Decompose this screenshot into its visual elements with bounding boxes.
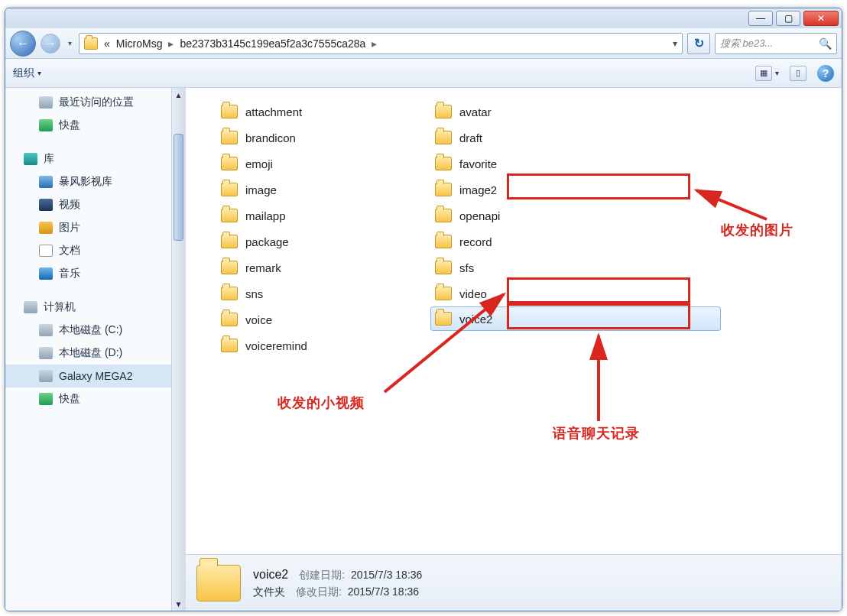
organize-menu[interactable]: 组织 ▾ <box>13 66 41 80</box>
folder-icon <box>221 183 238 196</box>
sidebar-item[interactable]: 计算机 <box>5 296 185 319</box>
folder-item[interactable]: remark <box>216 255 400 280</box>
orange-icon <box>39 222 53 234</box>
sidebar-item[interactable]: 音乐 <box>5 262 185 285</box>
back-button[interactable]: ← <box>10 31 36 57</box>
folder-content: attachmentbrandiconemojiimagemailapppack… <box>186 88 842 611</box>
sidebar-item-label: 本地磁盘 (D:) <box>59 346 122 360</box>
folder-label: attachment <box>245 105 302 118</box>
search-placeholder: 搜索 be23... <box>720 37 773 50</box>
scroll-down-icon[interactable]: ▼ <box>172 597 185 611</box>
folder-item[interactable]: image <box>216 177 400 203</box>
minimize-button[interactable]: — <box>748 11 773 26</box>
video-icon <box>39 199 53 211</box>
breadcrumb-prefix: « <box>104 37 110 50</box>
folder-label: emoji <box>245 157 273 170</box>
details-create-value: 2015/7/3 18:36 <box>351 569 422 581</box>
sidebar-item-label: 音乐 <box>59 267 80 280</box>
folder-icon <box>221 339 238 352</box>
command-bar: 组织 ▾ ▦ ▾ ▯ ? <box>5 59 842 88</box>
folder-label: video <box>459 287 487 300</box>
folder-label: openapi <box>459 209 500 222</box>
refresh-button[interactable]: ↻ <box>687 33 710 54</box>
annotation-label-video: 收发的小视频 <box>277 394 365 412</box>
sidebar-item[interactable]: Galaxy MEGA2 <box>5 365 185 387</box>
explorer-window: — ▢ ✕ ← → ▾ « MicroMsg ▸ be2373b3145c199… <box>5 8 842 611</box>
folder-icon <box>435 235 452 248</box>
sidebar-item[interactable]: 文档 <box>5 239 185 262</box>
folder-item[interactable]: voice2 <box>430 306 721 331</box>
sidebar-item[interactable]: 库 <box>5 148 185 170</box>
search-icon: 🔍 <box>819 37 832 50</box>
forward-button[interactable]: → <box>41 34 60 53</box>
folder-label: avatar <box>459 105 492 118</box>
scroll-up-icon[interactable]: ▲ <box>172 88 185 102</box>
folder-item[interactable]: video <box>430 280 721 306</box>
view-options-button[interactable]: ▦ <box>755 66 772 81</box>
sidebar-item-label: 图片 <box>59 221 80 235</box>
details-type: 文件夹 <box>253 585 285 598</box>
drive-icon <box>39 324 53 336</box>
scroll-thumb[interactable] <box>174 134 183 241</box>
sidebar-scrollbar[interactable]: ▲ ▼ <box>171 88 185 611</box>
doc-icon <box>39 245 53 257</box>
address-dropdown[interactable]: ▾ <box>673 38 677 49</box>
folder-item[interactable]: sns <box>216 280 400 306</box>
sidebar-item[interactable]: 图片 <box>5 216 185 239</box>
annotation-label-voice2: 语音聊天记录 <box>553 424 640 443</box>
folder-item[interactable]: brandicon <box>216 125 400 151</box>
folder-item[interactable]: attachment <box>216 99 400 125</box>
view-dropdown[interactable]: ▾ <box>775 69 779 77</box>
folder-item[interactable]: voiceremind <box>216 332 400 358</box>
folder-icon <box>435 209 452 222</box>
folder-label: image2 <box>459 183 497 196</box>
navigation-pane: 最近访问的位置快盘库暴风影视库视频图片文档音乐计算机本地磁盘 (C:)本地磁盘 … <box>5 88 186 611</box>
sidebar-item[interactable]: 最近访问的位置 <box>5 91 185 114</box>
folder-item[interactable]: favorite <box>430 151 721 177</box>
folder-icon <box>435 183 452 196</box>
sidebar-item[interactable]: 视频 <box>5 193 185 216</box>
sidebar-item-label: 快盘 <box>59 118 80 132</box>
breadcrumb-part[interactable]: MicroMsg <box>116 37 163 50</box>
folder-item[interactable]: draft <box>430 125 721 151</box>
sidebar-item[interactable]: 暴风影视库 <box>5 170 185 193</box>
address-bar[interactable]: « MicroMsg ▸ be2373b3145c199ea5f2a3c7555… <box>79 33 683 54</box>
folder-item[interactable]: mailapp <box>216 203 400 229</box>
folder-label: sfs <box>459 261 474 274</box>
search-input[interactable]: 搜索 be23... 🔍 <box>715 33 837 54</box>
history-dropdown[interactable]: ▾ <box>65 39 74 47</box>
details-modify-value: 2015/7/3 18:36 <box>348 585 419 598</box>
folder-label: brandicon <box>245 131 296 144</box>
folder-icon <box>84 37 98 50</box>
close-button[interactable]: ✕ <box>803 11 839 26</box>
music-icon <box>39 267 53 280</box>
folder-label: remark <box>245 261 281 274</box>
teal-icon <box>24 153 37 165</box>
maximize-button[interactable]: ▢ <box>776 11 800 26</box>
drive-icon <box>39 370 53 382</box>
folder-label: mailapp <box>245 209 286 222</box>
sidebar-item-label: 本地磁盘 (C:) <box>59 323 122 337</box>
folder-item[interactable]: image2 <box>430 177 721 203</box>
folder-item[interactable]: sfs <box>430 255 721 280</box>
sidebar-item[interactable]: 快盘 <box>5 114 185 137</box>
folder-icon <box>435 312 452 326</box>
sidebar-item[interactable]: 本地磁盘 (D:) <box>5 342 185 365</box>
folder-label: sns <box>245 287 263 300</box>
details-modify-label: 修改日期: <box>296 585 342 598</box>
folder-item[interactable]: emoji <box>216 151 400 177</box>
breadcrumb-part[interactable]: be2373b3145c199ea5f2a3c7555ca28a <box>180 37 365 50</box>
folder-item[interactable]: openapi <box>430 203 721 229</box>
folder-item[interactable]: record <box>430 229 721 255</box>
folder-icon <box>435 287 452 300</box>
folder-icon <box>221 261 238 274</box>
preview-pane-button[interactable]: ▯ <box>790 66 806 81</box>
sidebar-item[interactable]: 快盘 <box>5 387 185 410</box>
sidebar-item-label: 暴风影视库 <box>59 175 112 189</box>
folder-item[interactable]: voice <box>216 306 400 332</box>
folder-item[interactable]: package <box>216 229 400 255</box>
green-icon <box>39 393 53 405</box>
sidebar-item[interactable]: 本地磁盘 (C:) <box>5 319 185 342</box>
help-button[interactable]: ? <box>817 65 834 82</box>
folder-item[interactable]: avatar <box>430 99 721 125</box>
